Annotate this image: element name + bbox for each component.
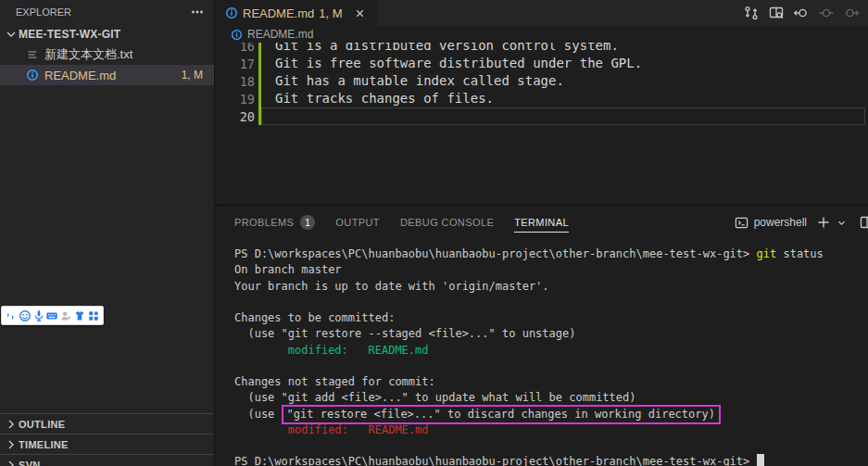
powershell-icon	[735, 216, 748, 230]
sidebar-section-svn[interactable]: SVN	[0, 454, 214, 466]
chevron-down-icon	[4, 27, 19, 42]
terminal-text: Your branch is up to date with 'origin/m…	[234, 280, 549, 293]
terminal-line: PS D:\workspaces\PC\huanbaobu\huanbaobu-…	[234, 246, 868, 262]
code-editor[interactable]: 16 Git is a distributed version control …	[216, 43, 868, 205]
open-preview-icon[interactable]	[768, 5, 785, 21]
ime-toolbox-icon[interactable]	[87, 309, 100, 322]
sidebar-item-file-readme[interactable]: README.md 1, M	[0, 65, 214, 85]
ime-account-icon[interactable]	[59, 309, 72, 322]
terminal-line: On branch master	[234, 262, 868, 278]
editor-actions	[743, 0, 868, 26]
terminal-line	[234, 359, 868, 374]
terminal-line: modified: README.md	[234, 343, 868, 359]
sidebar-item-folder-root[interactable]: MEE-TEST-WX-GIT	[0, 24, 214, 44]
panel-tab-problems[interactable]: PROBLEMS 1	[234, 206, 315, 239]
tab-git-badge: 1, M	[319, 6, 342, 20]
terminal-dropdown-icon[interactable]	[837, 218, 847, 228]
next-change-icon[interactable]	[843, 5, 860, 21]
panel-tab-debug-console[interactable]: DEBUG CONSOLE	[400, 206, 494, 239]
terminal-line: modified: README.md	[234, 422, 868, 438]
terminal-line: Changes not staged for commit:	[234, 374, 868, 390]
problems-count-badge: 1	[300, 215, 315, 230]
line-text: Git tracks changes of files.	[261, 90, 865, 107]
explorer-sidebar: EXPLORER MEE-TEST-WX-GIT 新建文本文档.txt READ…	[0, 0, 215, 466]
breadcrumb[interactable]: README.md	[216, 26, 868, 43]
chevron-right-icon	[4, 458, 19, 466]
info-icon	[231, 29, 243, 41]
tab-label: README.md	[243, 6, 314, 20]
ime-emoji-icon[interactable]	[19, 309, 31, 322]
ime-keyboard-icon[interactable]	[45, 309, 58, 322]
terminal-text: On branch master	[234, 263, 342, 276]
terminal-text: modified: README.md	[234, 423, 429, 436]
terminal-line	[234, 438, 868, 454]
sidebar-section-outline[interactable]: OUTLINE	[0, 413, 214, 434]
terminal-text: (use "git add <file>..." to update what …	[234, 391, 635, 404]
ime-toolbar	[1, 306, 104, 325]
ime-skin-icon[interactable]	[73, 309, 86, 322]
highlight-box: "git restore <file>..." to discard chang…	[282, 405, 721, 424]
code-line-current[interactable]: 20	[216, 107, 868, 125]
panel-tab-label: TERMINAL	[514, 213, 569, 233]
current-change-icon[interactable]	[818, 5, 835, 21]
code-line[interactable]: 19 Git tracks changes of files.	[216, 90, 868, 107]
terminal-text: (use	[234, 408, 282, 421]
terminal-line	[234, 295, 868, 310]
close-icon[interactable]	[353, 6, 368, 20]
panel-tab-label: OUTPUT	[335, 213, 380, 233]
terminal-text: Changes not staged for commit:	[234, 375, 435, 388]
line-text: Git is a distributed version control sys…	[261, 43, 865, 55]
more-actions-icon[interactable]	[190, 5, 205, 19]
code-line[interactable]: 16 Git is a distributed version control …	[216, 43, 868, 55]
code-line[interactable]: 18 Git has a mutable index called stage.	[216, 72, 868, 90]
previous-change-icon[interactable]	[793, 5, 810, 21]
breadcrumb-file: README.md	[247, 28, 313, 41]
section-label: TIMELINE	[19, 439, 69, 450]
vscode-window: EXPLORER MEE-TEST-WX-GIT 新建文本文档.txt READ…	[0, 0, 868, 466]
bottom-panel: PROBLEMS 1 OUTPUT DEBUG CONSOLE TERMINAL…	[216, 205, 868, 466]
sidebar-header: EXPLORER	[0, 0, 214, 24]
sidebar-sections: OUTLINE TIMELINE SVN	[0, 413, 214, 466]
chevron-right-icon	[4, 437, 19, 452]
terminal-line: Your branch is up to date with 'origin/m…	[234, 279, 868, 295]
line-number: 20	[216, 109, 255, 124]
terminal-text: PS D:\workspaces\PC\huanbaobu\huanbaobu-…	[234, 455, 757, 466]
line-number: 18	[216, 74, 255, 89]
sidebar-item-file-txt[interactable]: 新建文本文档.txt	[0, 44, 214, 65]
line-text: Git is free software distributed under t…	[261, 55, 865, 72]
terminal-line: (use "git restore <file>..." to discard …	[234, 407, 868, 422]
panel-tab-output[interactable]: OUTPUT	[335, 206, 380, 239]
terminal-text: (use "git restore --staged <file>..." to…	[234, 327, 575, 340]
terminal-line: PS D:\workspaces\PC\huanbaobu\huanbaobu-…	[234, 454, 868, 466]
section-label: SVN	[19, 460, 41, 466]
split-terminal-icon[interactable]	[860, 215, 868, 230]
file-name: README.md	[44, 69, 182, 82]
terminal-text: Changes to be committed:	[234, 311, 395, 324]
line-text: Git has a mutable index called stage.	[261, 72, 865, 90]
open-changes-icon[interactable]	[743, 5, 760, 21]
ime-input-mode-icon[interactable]	[5, 309, 18, 322]
line-number: 17	[216, 57, 255, 71]
git-status-badge: 1, M	[182, 69, 203, 82]
section-label: OUTLINE	[19, 419, 65, 430]
panel-tab-terminal[interactable]: TERMINAL	[514, 206, 569, 239]
tab-readme[interactable]: README.md 1, M	[216, 0, 377, 26]
folder-name: MEE-TEST-WX-GIT	[19, 28, 120, 41]
terminal-cursor	[757, 454, 764, 466]
terminal-controls: powershell	[735, 215, 868, 230]
terminal-line: (use "git restore --staged <file>..." to…	[234, 326, 868, 342]
line-text	[261, 107, 865, 125]
panel-tab-label: PROBLEMS	[234, 213, 294, 233]
sidebar-section-timeline[interactable]: TIMELINE	[0, 434, 214, 454]
panel-header: PROBLEMS 1 OUTPUT DEBUG CONSOLE TERMINAL…	[216, 206, 868, 239]
code-line[interactable]: 17 Git is free software distributed unde…	[216, 55, 868, 72]
terminal-line: Changes to be committed:	[234, 310, 868, 326]
terminal-text: git	[757, 247, 777, 260]
terminal-text: modified: README.md	[234, 344, 429, 357]
terminal-text: PS D:\workspaces\PC\huanbaobu\huanbaobu-…	[234, 247, 757, 260]
new-terminal-icon[interactable]	[816, 215, 831, 230]
text-file-icon	[26, 48, 39, 61]
terminal-content[interactable]: PS D:\workspaces\PC\huanbaobu\huanbaobu-…	[216, 239, 868, 466]
shell-name: powershell	[754, 216, 807, 229]
ime-mic-icon[interactable]	[32, 309, 45, 322]
